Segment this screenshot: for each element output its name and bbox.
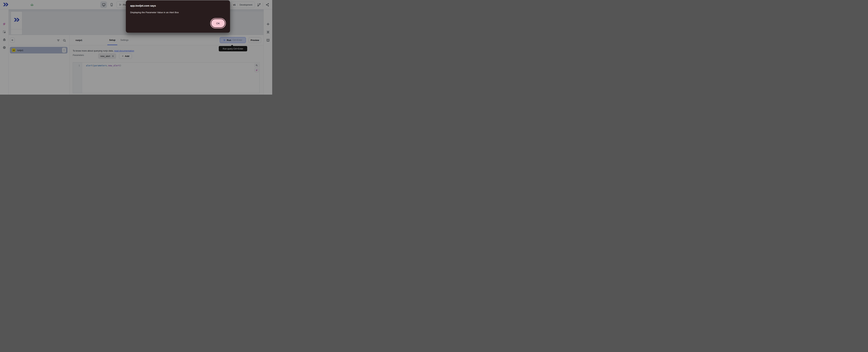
alert-title: app.tooljet.com says <box>130 4 156 7</box>
ok-button[interactable]: OK <box>211 19 225 27</box>
browser-alert-dialog: app.tooljet.com says Displaying the Para… <box>126 0 230 33</box>
app-builder-window: Preview v1 Development <box>0 0 272 95</box>
alert-message: Displaying the Parameter Value in an Ale… <box>130 11 179 14</box>
